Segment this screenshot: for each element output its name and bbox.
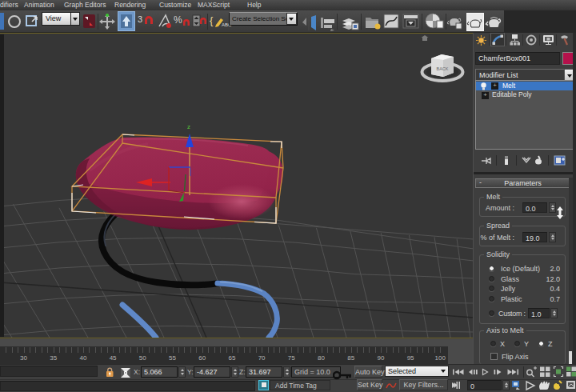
svg-text:z: z bbox=[187, 123, 190, 130]
svg-text:{: { bbox=[210, 14, 214, 26]
svg-text:3: 3 bbox=[138, 14, 142, 24]
svg-text:%: % bbox=[174, 14, 182, 26]
svg-text:BACK: BACK bbox=[437, 66, 449, 71]
